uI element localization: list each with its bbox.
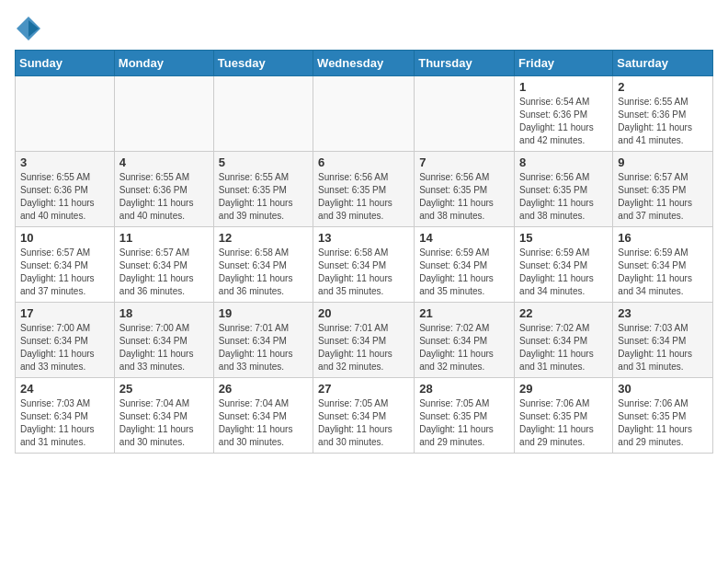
calendar-cell: 19Sunrise: 7:01 AM Sunset: 6:34 PM Dayli… xyxy=(213,303,313,378)
day-number: 6 xyxy=(318,155,409,169)
calendar-cell: 4Sunrise: 6:55 AM Sunset: 6:36 PM Daylig… xyxy=(114,152,213,227)
calendar-cell: 10Sunrise: 6:57 AM Sunset: 6:34 PM Dayli… xyxy=(16,227,115,303)
calendar-cell: 7Sunrise: 6:56 AM Sunset: 6:35 PM Daylig… xyxy=(415,152,515,227)
calendar-week-row: 1Sunrise: 6:54 AM Sunset: 6:36 PM Daylig… xyxy=(16,76,713,152)
day-number: 14 xyxy=(419,231,509,245)
day-number: 18 xyxy=(119,306,209,320)
day-info: Sunrise: 6:59 AM Sunset: 6:34 PM Dayligh… xyxy=(419,247,509,298)
day-number: 5 xyxy=(219,155,308,169)
calendar-cell: 27Sunrise: 7:05 AM Sunset: 6:34 PM Dayli… xyxy=(313,378,415,454)
day-number: 23 xyxy=(618,306,708,320)
day-number: 27 xyxy=(318,382,409,396)
day-info: Sunrise: 7:06 AM Sunset: 6:35 PM Dayligh… xyxy=(618,397,708,449)
calendar-cell xyxy=(16,76,115,152)
day-info: Sunrise: 7:02 AM Sunset: 6:34 PM Dayligh… xyxy=(419,322,509,373)
day-number: 11 xyxy=(119,231,209,245)
day-info: Sunrise: 6:55 AM Sunset: 6:35 PM Dayligh… xyxy=(219,171,308,223)
calendar-cell: 9Sunrise: 6:57 AM Sunset: 6:35 PM Daylig… xyxy=(613,152,713,227)
day-info: Sunrise: 6:57 AM Sunset: 6:35 PM Dayligh… xyxy=(618,171,708,223)
day-info: Sunrise: 6:59 AM Sunset: 6:34 PM Dayligh… xyxy=(519,247,608,298)
calendar-cell: 25Sunrise: 7:04 AM Sunset: 6:34 PM Dayli… xyxy=(114,378,213,454)
calendar-week-row: 3Sunrise: 6:55 AM Sunset: 6:36 PM Daylig… xyxy=(16,152,713,227)
day-of-week-header: Saturday xyxy=(613,51,713,76)
calendar-cell xyxy=(415,76,515,152)
calendar-cell: 29Sunrise: 7:06 AM Sunset: 6:35 PM Dayli… xyxy=(515,378,613,454)
calendar-week-row: 17Sunrise: 7:00 AM Sunset: 6:34 PM Dayli… xyxy=(16,303,713,378)
day-number: 29 xyxy=(519,382,608,396)
calendar-cell: 30Sunrise: 7:06 AM Sunset: 6:35 PM Dayli… xyxy=(613,378,713,454)
day-info: Sunrise: 7:04 AM Sunset: 6:34 PM Dayligh… xyxy=(119,397,209,449)
calendar-cell: 13Sunrise: 6:58 AM Sunset: 6:34 PM Dayli… xyxy=(313,227,415,303)
calendar-cell: 3Sunrise: 6:55 AM Sunset: 6:36 PM Daylig… xyxy=(16,152,115,227)
day-info: Sunrise: 6:56 AM Sunset: 6:35 PM Dayligh… xyxy=(318,171,409,223)
calendar-cell xyxy=(313,76,415,152)
day-number: 10 xyxy=(20,231,109,245)
calendar-cell: 21Sunrise: 7:02 AM Sunset: 6:34 PM Dayli… xyxy=(415,303,515,378)
day-of-week-header: Wednesday xyxy=(313,51,415,76)
calendar-cell: 15Sunrise: 6:59 AM Sunset: 6:34 PM Dayli… xyxy=(515,227,613,303)
day-of-week-header: Sunday xyxy=(16,51,115,76)
day-info: Sunrise: 6:54 AM Sunset: 6:36 PM Dayligh… xyxy=(519,96,608,147)
day-info: Sunrise: 7:04 AM Sunset: 6:34 PM Dayligh… xyxy=(219,397,308,449)
calendar-week-row: 10Sunrise: 6:57 AM Sunset: 6:34 PM Dayli… xyxy=(16,227,713,303)
day-number: 24 xyxy=(20,382,109,396)
day-info: Sunrise: 7:02 AM Sunset: 6:34 PM Dayligh… xyxy=(519,322,608,373)
day-number: 25 xyxy=(119,382,209,396)
day-info: Sunrise: 6:59 AM Sunset: 6:34 PM Dayligh… xyxy=(618,247,708,298)
day-number: 20 xyxy=(318,306,409,320)
day-number: 7 xyxy=(419,155,509,169)
logo-icon xyxy=(15,15,42,42)
day-number: 1 xyxy=(519,80,608,94)
day-number: 4 xyxy=(119,155,209,169)
day-info: Sunrise: 7:06 AM Sunset: 6:35 PM Dayligh… xyxy=(519,397,608,449)
day-info: Sunrise: 7:01 AM Sunset: 6:34 PM Dayligh… xyxy=(219,322,308,373)
calendar-cell: 8Sunrise: 6:56 AM Sunset: 6:35 PM Daylig… xyxy=(515,152,613,227)
day-info: Sunrise: 7:00 AM Sunset: 6:34 PM Dayligh… xyxy=(119,322,209,373)
day-number: 2 xyxy=(618,80,708,94)
day-of-week-header: Tuesday xyxy=(213,51,313,76)
day-info: Sunrise: 7:05 AM Sunset: 6:35 PM Dayligh… xyxy=(419,397,509,449)
day-info: Sunrise: 6:57 AM Sunset: 6:34 PM Dayligh… xyxy=(119,247,209,298)
calendar-cell: 11Sunrise: 6:57 AM Sunset: 6:34 PM Dayli… xyxy=(114,227,213,303)
day-number: 15 xyxy=(519,231,608,245)
calendar: SundayMondayTuesdayWednesdayThursdayFrid… xyxy=(15,50,713,454)
day-info: Sunrise: 6:56 AM Sunset: 6:35 PM Dayligh… xyxy=(519,171,608,223)
day-of-week-header: Thursday xyxy=(415,51,515,76)
calendar-week-row: 24Sunrise: 7:03 AM Sunset: 6:34 PM Dayli… xyxy=(16,378,713,454)
day-info: Sunrise: 6:56 AM Sunset: 6:35 PM Dayligh… xyxy=(419,171,509,223)
day-of-week-header: Friday xyxy=(515,51,613,76)
day-info: Sunrise: 6:57 AM Sunset: 6:34 PM Dayligh… xyxy=(20,247,109,298)
calendar-cell: 26Sunrise: 7:04 AM Sunset: 6:34 PM Dayli… xyxy=(213,378,313,454)
day-number: 3 xyxy=(20,155,109,169)
day-number: 28 xyxy=(419,382,509,396)
day-info: Sunrise: 7:01 AM Sunset: 6:34 PM Dayligh… xyxy=(318,322,409,373)
day-info: Sunrise: 6:55 AM Sunset: 6:36 PM Dayligh… xyxy=(119,171,209,223)
calendar-header-row: SundayMondayTuesdayWednesdayThursdayFrid… xyxy=(16,51,713,76)
calendar-cell: 5Sunrise: 6:55 AM Sunset: 6:35 PM Daylig… xyxy=(213,152,313,227)
calendar-cell xyxy=(213,76,313,152)
calendar-cell: 17Sunrise: 7:00 AM Sunset: 6:34 PM Dayli… xyxy=(16,303,115,378)
day-number: 16 xyxy=(618,231,708,245)
day-of-week-header: Monday xyxy=(114,51,213,76)
calendar-cell: 18Sunrise: 7:00 AM Sunset: 6:34 PM Dayli… xyxy=(114,303,213,378)
day-info: Sunrise: 7:05 AM Sunset: 6:34 PM Dayligh… xyxy=(318,397,409,449)
header xyxy=(15,15,713,42)
day-number: 12 xyxy=(219,231,308,245)
day-info: Sunrise: 7:03 AM Sunset: 6:34 PM Dayligh… xyxy=(20,397,109,449)
day-number: 8 xyxy=(519,155,608,169)
calendar-cell: 1Sunrise: 6:54 AM Sunset: 6:36 PM Daylig… xyxy=(515,76,613,152)
day-info: Sunrise: 6:58 AM Sunset: 6:34 PM Dayligh… xyxy=(318,247,409,298)
day-info: Sunrise: 6:58 AM Sunset: 6:34 PM Dayligh… xyxy=(219,247,308,298)
day-number: 13 xyxy=(318,231,409,245)
calendar-cell: 22Sunrise: 7:02 AM Sunset: 6:34 PM Dayli… xyxy=(515,303,613,378)
day-number: 22 xyxy=(519,306,608,320)
day-number: 17 xyxy=(20,306,109,320)
day-number: 9 xyxy=(618,155,708,169)
calendar-cell: 12Sunrise: 6:58 AM Sunset: 6:34 PM Dayli… xyxy=(213,227,313,303)
logo xyxy=(15,15,46,42)
day-number: 21 xyxy=(419,306,509,320)
calendar-cell: 6Sunrise: 6:56 AM Sunset: 6:35 PM Daylig… xyxy=(313,152,415,227)
day-info: Sunrise: 6:55 AM Sunset: 6:36 PM Dayligh… xyxy=(618,96,708,147)
day-number: 30 xyxy=(618,382,708,396)
calendar-cell xyxy=(114,76,213,152)
